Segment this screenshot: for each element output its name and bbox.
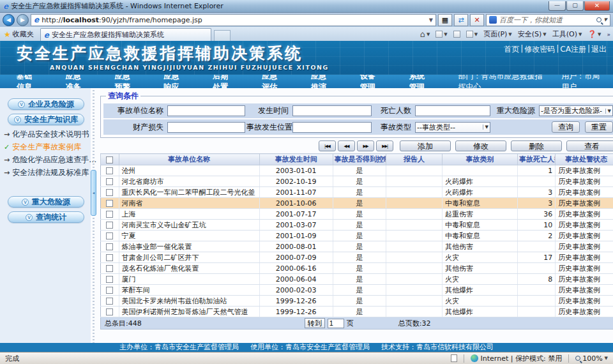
cell-5-6: 历史事故案例 [556, 220, 613, 231]
prev-page-button[interactable]: ◀◀ [338, 140, 355, 151]
address-input[interactable]: e http://localhost:90/yjzh/frame/homepag… [31, 14, 436, 26]
cell-13-5 [518, 307, 556, 317]
last-page-button[interactable]: ▶▶| [376, 140, 393, 151]
stop-button[interactable]: ✕ [470, 14, 484, 26]
search-dropdown-icon[interactable]: ▼ [604, 17, 607, 22]
row-checkbox[interactable] [106, 276, 113, 283]
row-checkbox[interactable] [106, 222, 113, 229]
search-icon[interactable] [596, 17, 602, 22]
page-number-input[interactable] [328, 319, 344, 328]
search-button[interactable]: 查询 [552, 121, 580, 133]
cell-6-2: 是 [333, 231, 386, 241]
cell-13-2: 是 [333, 307, 386, 317]
reset-button[interactable]: 重置 [585, 121, 613, 133]
row-select-cell [101, 263, 119, 274]
unit-name-input[interactable] [167, 105, 245, 116]
sidebar-group-enterprise-hazard[interactable]: v 企业及危险源 [8, 98, 84, 110]
browser-tab[interactable]: e 安全生产应急救援指挥辅助决策系统 [40, 28, 211, 41]
header-link-1[interactable]: 修改密码 [524, 44, 555, 55]
row-checkbox[interactable] [106, 298, 113, 305]
sidebar-group-query-stats[interactable]: v 查询统计 [8, 211, 84, 223]
maximize-button[interactable]: ▢ [566, 1, 584, 11]
page-menu[interactable]: 页面(P)▼ [483, 29, 512, 39]
row-checkbox[interactable] [106, 254, 113, 261]
help-icon: ❓ [587, 30, 596, 38]
add-button[interactable]: 添加 [400, 140, 451, 151]
row-checkbox[interactable] [106, 178, 113, 185]
splitter-collapse-handle[interactable]: ◂ [91, 170, 96, 216]
new-tab-button[interactable] [214, 30, 231, 41]
property-loss-input[interactable] [167, 122, 245, 133]
row-checkbox[interactable] [106, 287, 113, 294]
favorites-button[interactable]: ★ 收藏夹 [3, 29, 38, 41]
safety-menu[interactable]: 安全(S)▼ [518, 29, 547, 39]
tools-menu[interactable]: 工具(O)▼ [552, 29, 582, 39]
app-footer: 主办单位：青岛市安全生产监督管理局 使用单位：青岛市安全生产监督管理局 技术支持… [0, 343, 613, 352]
back-button[interactable]: ◀ [3, 14, 15, 26]
unit-name-label: 事故单位名称 [105, 105, 166, 116]
sidebar-item-1[interactable]: ✓安全生产事故案例库 [4, 142, 91, 153]
row-checkbox[interactable] [106, 211, 113, 218]
cell-0-5: 1 [518, 165, 556, 176]
sidebar-item-0[interactable]: →化学品安全技术说明书 [4, 129, 91, 140]
minimize-button[interactable]: — [549, 1, 566, 11]
sidebar-item-label: 安全法律法规及标准库 [12, 167, 89, 178]
user-unit-label: 使用单位：青岛市安全生产监督管理局 [250, 343, 370, 352]
cell-10-1: 2000-06-04 [259, 274, 333, 285]
change-zoom-control[interactable]: 100% ▼ [575, 354, 608, 363]
select-all-checkbox[interactable] [106, 156, 113, 163]
header-link-3[interactable]: 退出 [591, 44, 607, 55]
first-page-button[interactable]: |◀◀ [319, 140, 336, 151]
next-page-button[interactable]: ▶▶ [357, 140, 374, 151]
row-checkbox[interactable] [106, 308, 113, 315]
deaths-input[interactable] [415, 105, 490, 116]
view-button[interactable]: 查看 [566, 140, 613, 151]
forward-button[interactable]: ▶ [17, 14, 29, 26]
delete-button[interactable]: 删除 [511, 140, 562, 151]
query-legend: 查询条件 [106, 91, 140, 102]
row-checkbox[interactable] [106, 167, 113, 174]
row-checkbox[interactable] [106, 189, 113, 196]
accident-type-select[interactable]: --事故类型-- ▼ [415, 122, 490, 133]
cell-4-2: 是 [333, 209, 386, 220]
sidebar-splitter[interactable]: ◂ [91, 88, 96, 343]
row-checkbox[interactable] [106, 232, 113, 239]
cell-5-3 [386, 220, 443, 231]
close-button[interactable]: ✕ [584, 1, 610, 11]
edit-button[interactable]: 修改 [455, 140, 506, 151]
row-checkbox[interactable] [106, 200, 113, 207]
more-commands-button[interactable]: » [607, 31, 610, 38]
occur-time-input[interactable] [292, 105, 372, 116]
command-bar: ⌂▼ ▼ ▼ 页面(P)▼ 安全(S)▼ 工具(O)▼ ❓▼ » [420, 29, 610, 41]
column-header-2: 事故是否得到控制 [333, 154, 386, 165]
cell-10-6: 历史事故案例 [556, 274, 613, 285]
sidebar-item-3[interactable]: →安全法律法规及标准库 [4, 167, 91, 178]
cell-7-6: 历史事故案例 [556, 241, 613, 252]
cell-12-6: 历史事故案例 [556, 296, 613, 307]
feeds-button[interactable]: ▼ [435, 31, 447, 38]
print-button[interactable]: ▼ [466, 31, 478, 38]
header-link-0[interactable]: 首页 [504, 44, 519, 55]
ie-icon: e [3, 2, 8, 11]
row-checkbox[interactable] [106, 243, 113, 250]
sidebar-group-major-hazard[interactable]: v 重大危险源 [8, 196, 84, 208]
major-hazard-select[interactable]: -是否为重大危险源- ▼ [539, 105, 613, 116]
row-checkbox[interactable] [106, 265, 113, 272]
cell-8-6: 历史事故案例 [556, 252, 613, 263]
goto-page-button[interactable]: 转到 [305, 318, 325, 328]
cell-0-1: 2003-01-01 [259, 165, 333, 176]
sidebar-group-knowledge[interactable]: v 安全生产知识库 [8, 114, 84, 125]
sidebar-item-2[interactable]: →危险化学品应急速查手… [4, 155, 91, 165]
read-mail-button[interactable] [453, 31, 460, 38]
location-input[interactable] [292, 122, 372, 133]
header-link-2[interactable]: CA注册 [560, 44, 586, 55]
compatibility-view-button[interactable]: ▦ [438, 14, 452, 26]
home-button[interactable]: ⌂▼ [420, 29, 430, 39]
help-menu[interactable]: ❓▼ [587, 30, 601, 38]
sidebar-item-label: 危险化学品应急速查手… [12, 155, 96, 165]
url-dropdown-icon[interactable]: ▼ [429, 17, 433, 23]
table-row: 茂名石化炼油厂焦化装置2000-06-16是其他伤害历史事故案例 [101, 263, 613, 274]
cell-2-2: 是 [333, 187, 386, 198]
search-box[interactable]: 百度一下，你就知道 ▼ [486, 14, 610, 26]
refresh-button[interactable]: ⇄ [454, 14, 468, 26]
